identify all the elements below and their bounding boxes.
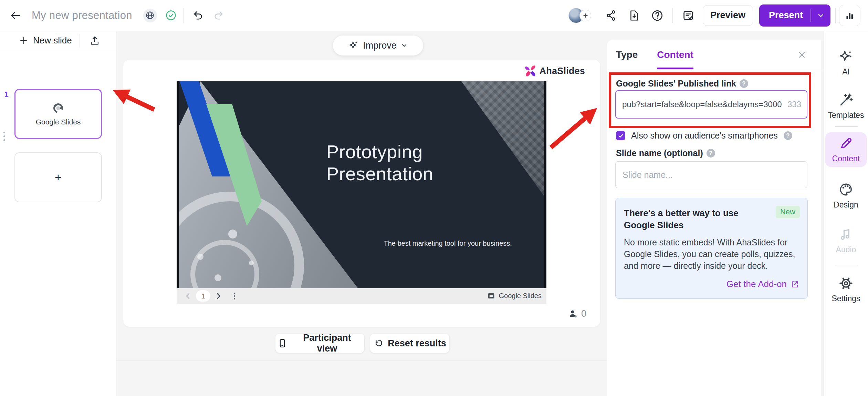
slide-number: 1	[4, 90, 9, 99]
ahaslides-editor: My new presentation +	[0, 0, 868, 396]
embed-control-bar: 1 Google Slides	[177, 288, 546, 304]
slide-drag-handle[interactable]	[2, 130, 7, 142]
get-addon-link[interactable]: Get the Add-on	[726, 279, 799, 290]
smartphones-option-row: Also show on audience's smartphones ?	[616, 131, 792, 141]
slide-subtitle: The best marketing tool for your busines…	[384, 240, 512, 247]
survey-check-icon	[682, 9, 694, 22]
smartphones-checkbox[interactable]	[616, 131, 625, 140]
improve-button[interactable]: Improve	[333, 35, 423, 55]
help-circle-icon	[651, 9, 663, 22]
results-stats-button[interactable]	[839, 5, 860, 26]
rail-label-settings: Settings	[832, 294, 860, 303]
google-slides-icon	[487, 292, 495, 300]
undo-button[interactable]	[191, 8, 206, 23]
invite-collaborator-button[interactable]: +	[579, 10, 591, 21]
slide-name-label: Slide name (optional)	[616, 148, 703, 158]
feedback-button[interactable]	[680, 7, 697, 24]
music-note-icon	[838, 227, 854, 242]
back-button[interactable]	[8, 8, 23, 23]
slide-settings-panel: Type Content Google Slides' Published li…	[607, 40, 821, 396]
chevron-down-icon	[401, 42, 408, 49]
participant-view-label: Participant view	[292, 333, 362, 354]
chevron-down-icon	[817, 11, 825, 20]
presentation-title[interactable]: My new presentation	[32, 9, 132, 22]
slide-name-input[interactable]	[615, 161, 807, 188]
sidebar-header: New slide	[0, 31, 116, 50]
rail-label-audio: Audio	[836, 245, 856, 254]
published-link-label: Google Slides' Published link	[616, 79, 736, 89]
sparkles-icon	[348, 40, 359, 51]
smartphones-help-icon[interactable]: ?	[784, 131, 792, 140]
share-button[interactable]	[604, 8, 619, 23]
present-options-button[interactable]	[811, 4, 830, 27]
new-slide-button[interactable]: New slide	[19, 35, 72, 46]
palette-icon	[838, 182, 854, 197]
promo-body: No more static embeds! With AhaSlides fo…	[624, 236, 798, 272]
redo-button[interactable]	[211, 8, 226, 23]
help-button[interactable]	[649, 7, 666, 24]
phone-icon	[278, 338, 287, 348]
reset-icon	[373, 338, 383, 348]
import-slides-button[interactable]	[87, 33, 102, 48]
embedded-slide: Prototyping Presentation The best market…	[177, 81, 546, 288]
collaborators: +	[568, 8, 595, 23]
close-panel-button[interactable]	[796, 49, 808, 62]
tab-content[interactable]: Content	[657, 49, 693, 60]
globe-icon	[143, 9, 157, 22]
close-icon	[797, 50, 807, 60]
slide-name-label-row: Slide name (optional) ?	[616, 148, 715, 158]
addon-promo-card: There's a better way to use Google Slide…	[615, 198, 808, 299]
google-slides-g-icon	[52, 102, 64, 114]
slide-name-help-icon[interactable]: ?	[707, 149, 715, 158]
rail-label-templates: Templates	[828, 111, 864, 120]
reset-results-label: Reset results	[388, 338, 446, 349]
tab-type[interactable]: Type	[616, 49, 638, 60]
published-link-help-icon[interactable]: ?	[740, 79, 748, 88]
preview-button[interactable]: Preview	[703, 5, 753, 26]
rail-item-settings[interactable]: Settings	[825, 272, 867, 307]
slide-thumbnail-google-slides[interactable]: Google Slides	[14, 89, 102, 139]
embed-menu-button[interactable]	[228, 291, 241, 302]
rail-label-ai: AI	[842, 67, 850, 77]
plus-icon	[19, 36, 28, 45]
external-link-icon	[791, 280, 799, 288]
prev-slide-button[interactable]	[181, 291, 195, 301]
next-slide-button[interactable]	[212, 291, 225, 301]
undo-icon	[193, 10, 203, 21]
embed-brand: Google Slides	[487, 292, 542, 300]
tools-rail: AI Templates Content Design Audio	[824, 31, 868, 396]
rail-label-design: Design	[834, 200, 858, 210]
present-button[interactable]: Present	[759, 4, 811, 27]
saved-check-icon	[165, 10, 177, 21]
reset-results-button[interactable]: Reset results	[370, 334, 449, 353]
participant-icon	[568, 309, 579, 319]
redo-icon	[213, 10, 224, 21]
top-bar: My new presentation +	[0, 0, 868, 31]
add-slide-thumbnail[interactable]: +	[14, 152, 102, 202]
language-button[interactable]	[141, 7, 159, 24]
new-badge: New	[776, 206, 800, 218]
new-slide-label: New slide	[33, 35, 72, 46]
bar-chart-icon	[844, 10, 855, 21]
export-button[interactable]	[626, 8, 642, 23]
rail-item-design[interactable]: Design	[825, 179, 867, 213]
promo-title: There's a better way to use Google Slide…	[624, 207, 758, 231]
gear-icon	[838, 276, 854, 291]
published-link-input[interactable]	[621, 99, 784, 110]
back-arrow-icon	[10, 10, 21, 21]
participant-count: 0	[581, 308, 586, 319]
participant-view-button[interactable]: Participant view	[275, 334, 364, 353]
rail-item-audio: Audio	[825, 223, 867, 258]
slide-thumbnail-label: Google Slides	[36, 118, 81, 126]
magic-wand-icon	[838, 92, 854, 108]
present-button-group: Present	[759, 4, 830, 27]
published-link-label-row: Google Slides' Published link ?	[616, 79, 748, 89]
rail-item-ai[interactable]: AI	[825, 45, 867, 80]
topbar-divider	[835, 8, 836, 23]
improve-label: Improve	[363, 40, 397, 51]
ahaslides-logo: AhaSlides	[524, 65, 585, 77]
embed-brand-label: Google Slides	[499, 292, 542, 300]
rail-item-content[interactable]: Content	[825, 132, 867, 167]
rail-item-templates[interactable]: Templates	[825, 89, 867, 123]
pencil-icon	[838, 136, 854, 151]
